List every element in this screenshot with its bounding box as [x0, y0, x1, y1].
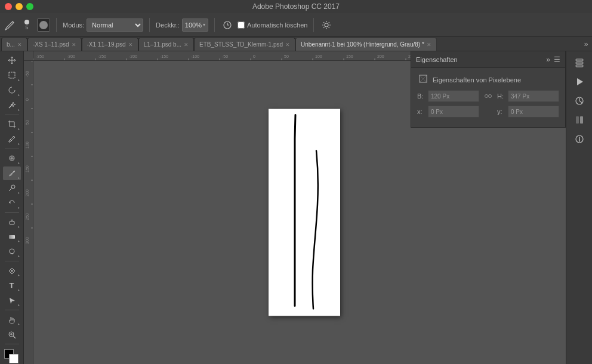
tools-separator-1 [5, 115, 19, 115]
svg-text:-200: -200 [129, 54, 137, 58]
close-button[interactable] [5, 3, 12, 10]
link-icon-group [484, 90, 492, 102]
svg-point-70 [489, 95, 492, 98]
svg-text:0: 0 [253, 54, 255, 58]
pixel-layer-row: Eigenschaften von Pixelebene [417, 74, 559, 85]
tab-close-4[interactable]: ✕ [285, 42, 290, 48]
zoom-tool[interactable] [3, 328, 21, 341]
tab-more-button[interactable]: » [580, 38, 592, 51]
modus-select[interactable]: Normal Multiplizieren Überlagern [87, 18, 143, 32]
fg-bg-colors[interactable] [3, 349, 21, 364]
svg-text:250: 250 [25, 213, 29, 220]
settings-icon[interactable] [320, 18, 333, 32]
tab-close-1[interactable]: ✕ [72, 42, 76, 48]
svg-text:-250: -250 [98, 54, 106, 58]
path-select-tool[interactable]: ▸ [3, 294, 21, 307]
svg-marker-63 [577, 78, 583, 85]
app-title: Adobe Photoshop CC 2017 [252, 2, 340, 11]
tab-close-2[interactable]: ✕ [128, 42, 133, 48]
text-tool[interactable]: T ▸ [3, 279, 21, 292]
window-controls[interactable] [5, 3, 33, 10]
auto-delete-label: Automatisch löschen [247, 21, 308, 29]
y-field-group: y: [497, 106, 559, 118]
lasso-tool[interactable]: ▸ [3, 84, 21, 97]
svg-text:-50: -50 [25, 71, 29, 77]
eyedropper-tool[interactable]: ▸ [3, 132, 21, 146]
tab-0[interactable]: b... ✕ [1, 38, 27, 51]
spacer [484, 106, 492, 118]
svg-text:0: 0 [25, 98, 29, 101]
y-input[interactable] [508, 106, 559, 118]
b-input[interactable] [428, 90, 479, 102]
background-color[interactable] [9, 354, 18, 363]
play-button[interactable] [570, 73, 589, 91]
y-label: y: [497, 108, 505, 115]
x-input[interactable] [428, 106, 479, 118]
minimize-button[interactable] [16, 3, 23, 10]
color-book-button[interactable] [570, 111, 589, 129]
svg-text:-100: -100 [191, 54, 199, 58]
cycle-icon[interactable] [221, 18, 234, 32]
properties-expand-icon[interactable]: » [546, 55, 550, 64]
tab-label-2: -X1 11–19.psd [87, 41, 126, 48]
svg-text:50: 50 [25, 120, 29, 125]
tab-label-0: b... [7, 41, 15, 48]
svg-rect-2 [9, 72, 15, 78]
tab-2[interactable]: -X1 11–19.psd ✕ [82, 38, 138, 51]
svg-text:150: 150 [25, 165, 29, 172]
b-label: B: [417, 92, 426, 100]
properties-header: Eigenschaften » ☰ [411, 51, 565, 68]
adjustments-button[interactable] [570, 92, 589, 110]
main-area: ▸ ▸ ▸ ▸ ▸ [0, 51, 592, 364]
svg-rect-65 [576, 116, 579, 124]
move-tool[interactable] [3, 54, 21, 67]
h-input[interactable] [508, 90, 559, 102]
clone-stamp-tool[interactable]: ▸ [3, 181, 21, 195]
pixel-layer-label: Eigenschaften von Pixelebene [433, 76, 521, 84]
tab-close-0[interactable]: ✕ [17, 42, 22, 48]
svg-rect-62 [576, 65, 583, 67]
properties-title: Eigenschaften [416, 56, 542, 63]
svg-text:-150: -150 [160, 54, 168, 58]
svg-text:-350: -350 [36, 54, 44, 58]
tab-close-5[interactable]: ✕ [427, 42, 431, 48]
ruler-corner [24, 51, 33, 61]
history-brush-tool[interactable]: ▸ [3, 196, 21, 210]
layers-button[interactable] [570, 54, 589, 72]
auto-delete-checkbox[interactable] [238, 21, 245, 29]
brush-tool[interactable]: ▸ [3, 166, 21, 180]
info-button[interactable] [570, 130, 589, 148]
right-panel: Eigenschaften » ☰ Eigenschaften von Pixe… [566, 51, 592, 364]
tab-3[interactable]: L1–11.psd b... ✕ [138, 38, 194, 51]
toolbar: 5 Modus: Normal Multiplizieren Überlager… [0, 13, 592, 37]
tab-5[interactable]: Unbenannt-1 bei 100% (Hintergrund, Grau/… [295, 38, 437, 51]
svg-text:150: 150 [346, 54, 353, 58]
toolbar-separator-4 [313, 18, 314, 32]
hand-tool[interactable]: ▸ [3, 313, 21, 326]
properties-menu-icon[interactable]: ☰ [554, 55, 560, 64]
crop-tool[interactable]: ▸ [3, 118, 21, 131]
ruler-vertical: -50 0 50 100 150 200 250 [24, 61, 33, 364]
toolbar-separator-1 [56, 18, 57, 32]
svg-rect-61 [576, 62, 583, 64]
magic-wand-tool[interactable]: ▸ [3, 98, 21, 112]
marquee-tool[interactable]: ▸ [3, 69, 21, 82]
brush-preview-button[interactable] [37, 18, 50, 32]
tab-4[interactable]: ETB_STLSS_TD_Klemm-1.psd ✕ [194, 38, 295, 51]
svg-text:100: 100 [315, 54, 322, 58]
pen-tool[interactable]: ▸ [3, 264, 21, 277]
tab-close-3[interactable]: ✕ [184, 42, 189, 48]
pencil-tool-icon[interactable] [4, 18, 17, 32]
blur-tool[interactable]: ▸ [3, 245, 21, 258]
eraser-tool[interactable]: ▸ [3, 215, 21, 229]
tools-separator-2 [5, 149, 19, 149]
svg-point-1 [325, 23, 328, 27]
gradient-tool[interactable]: ▸ [3, 230, 21, 244]
deckkr-value[interactable]: 100% ▾ [182, 18, 208, 32]
svg-text:200: 200 [377, 54, 384, 58]
svg-rect-5 [10, 221, 14, 224]
tab-1[interactable]: -XS 1–11.psd ✕ [27, 38, 82, 51]
spot-heal-tool[interactable]: ▸ [3, 152, 21, 165]
maximize-button[interactable] [26, 3, 33, 10]
link-icon[interactable] [484, 92, 492, 100]
